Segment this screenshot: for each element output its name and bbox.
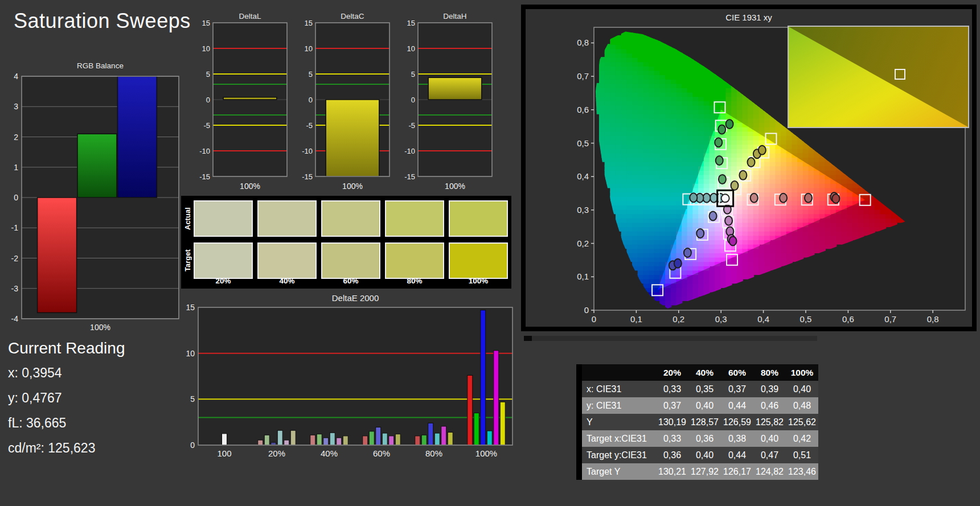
swatch-col-label: 80% (385, 277, 444, 285)
svg-text:-5: -5 (306, 121, 313, 130)
table-cell: 0,33 (656, 381, 688, 397)
table-cell: 0,40 (688, 397, 721, 414)
swatch-col-label: 40% (257, 277, 317, 285)
svg-text:DeltaC: DeltaC (341, 13, 364, 20)
cie-measured-blue-3 (684, 248, 691, 257)
current-reading-title: Current Reading (8, 339, 125, 357)
deltae-bar-40%-1 (317, 434, 322, 445)
reading-cdm2: cd/m²: 125,623 (8, 441, 125, 456)
table-cell: 0,40 (753, 430, 786, 447)
cie-inset-target-square (895, 69, 905, 80)
svg-text:0,3: 0,3 (577, 205, 589, 215)
deltae-bar-100%-2 (481, 310, 486, 445)
svg-text:10: 10 (202, 44, 210, 53)
svg-text:0,8: 0,8 (927, 314, 939, 324)
table-cell: 126,59 (721, 414, 753, 430)
svg-text:-4: -4 (11, 314, 19, 323)
svg-text:DeltaE 2000: DeltaE 2000 (332, 294, 379, 303)
deltae-bar-100%-1 (474, 413, 479, 445)
svg-text:0,1: 0,1 (630, 314, 642, 324)
rgb-bar-red (38, 198, 77, 312)
table-cell: 126,17 (721, 463, 753, 480)
delta-h-chart: DeltaH151050-5-10-15100% (399, 13, 495, 194)
table-cell: 0,33 (656, 430, 688, 447)
actual-swatch-60% (321, 200, 380, 237)
cie-measured-green-5 (726, 120, 733, 129)
rgb-bar-green (77, 134, 117, 198)
svg-text:0: 0 (14, 193, 18, 202)
svg-text:0: 0 (592, 314, 596, 324)
svg-text:15: 15 (186, 303, 195, 312)
svg-text:0,3: 0,3 (715, 314, 727, 324)
table-cell: 125,82 (753, 414, 786, 430)
svg-text:-10: -10 (302, 147, 313, 155)
svg-text:15: 15 (202, 19, 210, 27)
table-cell: 128,57 (688, 414, 721, 430)
table-cell: 0,48 (786, 397, 818, 414)
deltae-bar-40%-2 (323, 438, 329, 445)
table-col-header: 20% (656, 364, 688, 381)
svg-text:10: 10 (186, 349, 195, 358)
cie-measured-cyan-5 (690, 193, 697, 202)
svg-text:0,4: 0,4 (757, 314, 769, 324)
actual-swatch-20% (194, 200, 253, 237)
svg-text:100%: 100% (342, 182, 363, 191)
deltae-bar-80%-4 (441, 426, 446, 445)
svg-text:0,1: 0,1 (577, 271, 589, 281)
table-cell: 0,44 (721, 397, 753, 414)
deltae-bar-80%-0 (415, 436, 420, 445)
table-cell: 0,39 (753, 381, 786, 397)
actual-swatch-80% (385, 200, 444, 237)
page-title: Saturation Sweeps (14, 9, 191, 33)
svg-text:4: 4 (14, 72, 18, 81)
cie-measured-yellow-3 (748, 158, 755, 167)
svg-text:0,6: 0,6 (577, 105, 589, 114)
table-cell: 0,37 (721, 381, 753, 397)
table-cell: 0,40 (786, 381, 818, 397)
svg-text:5: 5 (411, 70, 415, 79)
svg-text:100: 100 (217, 449, 231, 458)
svg-text:40%: 40% (321, 449, 338, 458)
cie-inset-gamut-region (789, 27, 968, 127)
deltae-bar-20%-5 (290, 430, 296, 445)
svg-text:5: 5 (206, 70, 210, 79)
actual-swatch-100% (449, 200, 508, 237)
deltal-bar (223, 97, 277, 100)
svg-text:3: 3 (14, 102, 18, 111)
table-scrollbar-track (524, 336, 817, 341)
table-row-target-x-cie31: Target x:CIE310,330,360,380,400,42 (576, 430, 818, 447)
svg-text:100%: 100% (90, 323, 110, 332)
deltae-bar-40%-0 (310, 435, 315, 445)
table-row-y-cie31: y: CIE310,370,400,440,460,48 (576, 397, 818, 414)
cie-measured-yellow-2 (739, 171, 747, 180)
target-swatch-80% (385, 242, 444, 279)
table-row-label: Target y:CIE31 (582, 447, 656, 463)
deltae-bar-60%-1 (369, 431, 374, 445)
swatch-col-label: 20% (194, 277, 253, 285)
cie-measured-blue-5 (674, 259, 682, 268)
svg-text:0: 0 (584, 305, 589, 315)
table-col-header: 60% (721, 364, 753, 381)
table-row-x-cie31: x: CIE310,330,350,370,390,40 (576, 381, 818, 397)
cie-measured-red-3 (805, 194, 812, 203)
cie-measured-red-5 (832, 194, 839, 203)
svg-text:1: 1 (14, 163, 18, 172)
svg-text:15: 15 (305, 19, 313, 27)
svg-text:DeltaL: DeltaL (239, 13, 261, 20)
table-cell: 130,21 (656, 463, 688, 480)
svg-text:RGB Balance: RGB Balance (77, 61, 124, 70)
svg-text:0,8: 0,8 (577, 38, 589, 47)
svg-text:-1: -1 (11, 223, 19, 232)
svg-text:5: 5 (190, 394, 195, 404)
cie-measured-green-1 (719, 175, 726, 184)
svg-text:60%: 60% (373, 449, 390, 458)
rgb-bar-blue (117, 76, 157, 198)
swatch-col-label: 60% (321, 277, 380, 285)
cie-white-point (721, 194, 729, 202)
deltae-bar-60%-3 (382, 433, 387, 445)
deltae-bar-100-0 (222, 434, 227, 445)
cie-measured-magenta-2 (725, 216, 732, 225)
actual-swatch-40% (257, 200, 317, 237)
svg-text:-3: -3 (11, 284, 19, 293)
table-scrollbar-thumb[interactable] (524, 336, 532, 341)
